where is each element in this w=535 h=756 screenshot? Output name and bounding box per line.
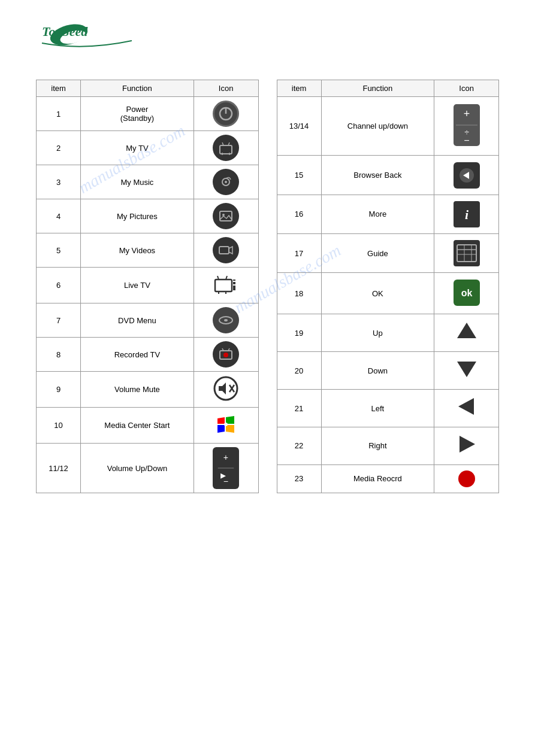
logo-svg: TopSeed — [36, 18, 132, 54]
svg-point-25 — [224, 319, 228, 321]
icon-mediacenter-wrapper — [199, 411, 253, 439]
item-number: 11/12 — [37, 444, 81, 493]
item-number: 20 — [277, 352, 321, 390]
function-label: Left — [321, 390, 434, 427]
left-header-function: Function — [81, 80, 194, 97]
table-row: 5 My Videos — [37, 233, 259, 268]
icon-right-wrapper — [439, 433, 494, 459]
icon-record-wrapper — [439, 470, 494, 487]
function-label: Guide — [321, 234, 434, 273]
icon-cell — [194, 97, 258, 131]
icon-cell: + − — [194, 444, 258, 493]
svg-rect-14 — [219, 247, 229, 254]
item-number: 4 — [37, 199, 81, 233]
left-header-item: item — [37, 80, 81, 97]
icon-cell — [194, 408, 258, 444]
icon-more-wrapper: i — [439, 201, 494, 227]
function-label: Right — [321, 427, 434, 465]
svg-point-27 — [223, 353, 228, 357]
icon-channel-wrapper: + ÷ − — [439, 104, 494, 148]
svg-marker-31 — [219, 382, 226, 394]
table-row: 16 More i — [277, 195, 499, 233]
table-row: 15 Browser Back — [277, 156, 499, 195]
livetv-icon — [213, 271, 239, 299]
svg-marker-60 — [458, 398, 474, 415]
table-row: 20 Down — [277, 352, 499, 390]
item-number: 15 — [277, 156, 321, 195]
myvideos-icon — [213, 237, 239, 263]
item-number: 9 — [37, 372, 81, 408]
item-number: 16 — [277, 195, 321, 233]
mytv-icon — [213, 135, 239, 161]
table-row: 3 My Music — [37, 165, 259, 199]
icon-cell: i — [434, 195, 499, 233]
item-number: 6 — [37, 268, 81, 303]
item-number: 8 — [37, 338, 81, 372]
ok-icon: ok — [454, 280, 480, 308]
function-label: Power(Standby) — [81, 97, 194, 131]
left-table: item Function Icon 1 Power(Standby) — [36, 80, 259, 493]
item-number: 17 — [277, 234, 321, 273]
icon-guide-wrapper — [439, 240, 494, 266]
function-label: My Pictures — [81, 199, 194, 233]
mediacenter-icon — [213, 411, 239, 439]
function-label: Volume Mute — [81, 372, 194, 408]
function-label: Up — [321, 314, 434, 352]
icon-mute-wrapper — [199, 375, 253, 403]
item-number: 1 — [37, 97, 81, 131]
function-label: Browser Back — [321, 156, 434, 195]
mypictures-icon — [213, 203, 239, 229]
icon-cell — [434, 234, 499, 273]
left-header-icon: Icon — [194, 80, 258, 97]
function-label: Media Center Start — [81, 408, 194, 444]
item-number: 23 — [277, 464, 321, 493]
table-row: 17 Guide — [277, 234, 499, 273]
item-number: 3 — [37, 165, 81, 199]
icon-dvd-wrapper — [199, 307, 253, 333]
icon-livetv-wrapper — [199, 271, 253, 299]
icon-cell: + ÷ − — [434, 97, 499, 156]
svg-rect-23 — [233, 280, 235, 281]
channelupdown-icon: + ÷ − — [454, 104, 480, 148]
table-row: 10 Media Center Start — [37, 408, 259, 444]
svg-rect-22 — [233, 282, 235, 284]
table-row: 1 Power(Standby) — [37, 97, 259, 131]
item-number: 22 — [277, 427, 321, 465]
icon-cell — [194, 268, 258, 303]
function-label: Recorded TV — [81, 338, 194, 372]
icon-cell — [194, 199, 258, 233]
svg-marker-61 — [460, 436, 475, 453]
function-label: Media Reocrd — [321, 464, 434, 493]
item-number: 18 — [277, 273, 321, 314]
function-label: My Music — [81, 165, 194, 199]
right-header-function: Function — [321, 80, 434, 97]
svg-marker-58 — [457, 323, 476, 338]
item-number: 13/14 — [277, 97, 321, 156]
icon-recordedtv-wrapper — [199, 341, 253, 368]
icon-ok-wrapper: ok — [439, 280, 494, 308]
svg-text:−: − — [223, 476, 228, 486]
item-number: 10 — [37, 408, 81, 444]
power-icon — [213, 101, 239, 127]
svg-text:ok: ok — [461, 288, 472, 298]
svg-rect-16 — [215, 280, 232, 292]
icon-cell — [194, 233, 258, 268]
icon-myvideos-wrapper — [199, 237, 253, 263]
icon-cell — [194, 338, 258, 372]
item-number: 19 — [277, 314, 321, 352]
function-label: My Videos — [81, 233, 194, 268]
icon-cell — [194, 303, 258, 338]
icon-mytv-wrapper — [199, 135, 253, 161]
left-arrow-icon — [456, 396, 477, 421]
right-table: item Function Icon 13/14 Channel up/down… — [277, 80, 500, 493]
icon-cell — [434, 156, 499, 195]
icon-back-wrapper — [439, 162, 494, 189]
logo-area: TopSeed — [0, 0, 535, 68]
function-label: Channel up/down — [321, 97, 434, 156]
svg-text:−: − — [464, 135, 469, 145]
item-number: 2 — [37, 131, 81, 165]
function-label: My TV — [81, 131, 194, 165]
table-row: 6 Live TV — [37, 268, 259, 303]
svg-point-11 — [225, 181, 227, 183]
function-label: OK — [321, 273, 434, 314]
